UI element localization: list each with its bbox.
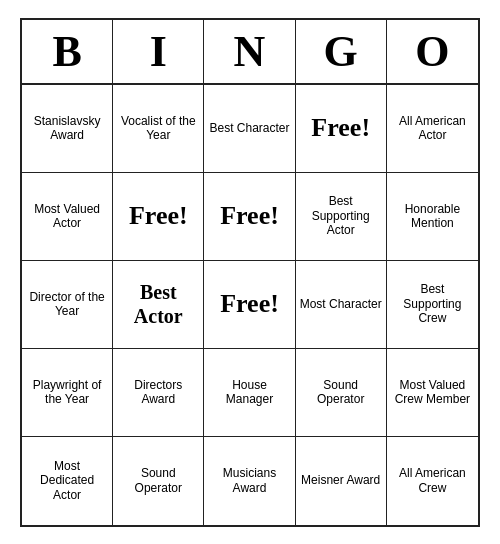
bingo-cell: Best Actor (113, 261, 204, 349)
bingo-card: BINGO Stanislavsky AwardVocalist of the … (20, 18, 480, 527)
bingo-letter: N (204, 20, 295, 83)
bingo-header: BINGO (22, 20, 478, 85)
bingo-letter: B (22, 20, 113, 83)
bingo-cell: Best Character (204, 85, 295, 173)
bingo-cell: Director of the Year (22, 261, 113, 349)
bingo-cell: Stanislavsky Award (22, 85, 113, 173)
bingo-letter: G (296, 20, 387, 83)
bingo-cell: Most Dedicated Actor (22, 437, 113, 525)
bingo-cell: Free! (113, 173, 204, 261)
bingo-cell: Best Supporting Actor (296, 173, 387, 261)
bingo-cell: All American Crew (387, 437, 478, 525)
bingo-cell: Free! (204, 261, 295, 349)
bingo-cell: Free! (204, 173, 295, 261)
bingo-letter: I (113, 20, 204, 83)
bingo-cell: Most Valued Crew Member (387, 349, 478, 437)
bingo-cell: Most Valued Actor (22, 173, 113, 261)
bingo-cell: Meisner Award (296, 437, 387, 525)
bingo-cell: Free! (296, 85, 387, 173)
bingo-cell: Honorable Mention (387, 173, 478, 261)
bingo-cell: Musicians Award (204, 437, 295, 525)
bingo-grid: Stanislavsky AwardVocalist of the YearBe… (22, 85, 478, 525)
bingo-cell: All American Actor (387, 85, 478, 173)
bingo-cell: House Manager (204, 349, 295, 437)
bingo-letter: O (387, 20, 478, 83)
bingo-cell: Sound Operator (296, 349, 387, 437)
bingo-cell: Best Supporting Crew (387, 261, 478, 349)
bingo-cell: Vocalist of the Year (113, 85, 204, 173)
bingo-cell: Playwright of the Year (22, 349, 113, 437)
bingo-cell: Directors Award (113, 349, 204, 437)
bingo-cell: Sound Operator (113, 437, 204, 525)
bingo-cell: Most Character (296, 261, 387, 349)
